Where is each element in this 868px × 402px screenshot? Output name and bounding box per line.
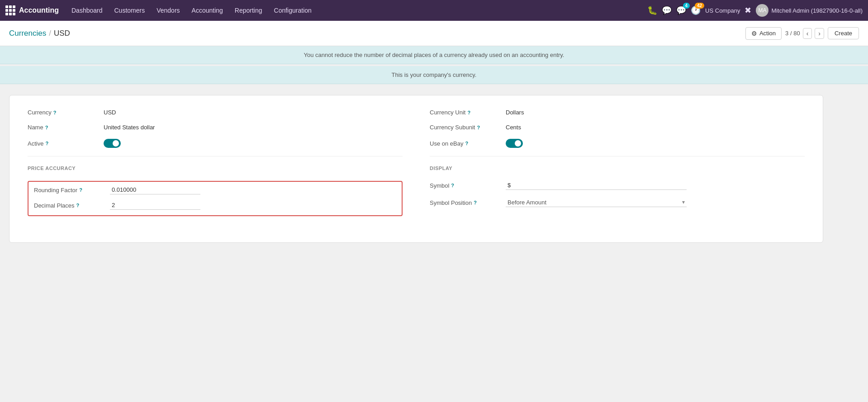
nav-menu: Dashboard Customers Vendors Accounting R… [66, 5, 645, 16]
activity-icon-btn[interactable]: 🕐 42 [691, 5, 701, 15]
breadcrumb-current: USD [54, 29, 70, 38]
form-grid: Currency ? USD Name ? United States doll… [28, 109, 805, 229]
divider [28, 156, 403, 156]
form-right: Currency Unit ? Dollars Currency Subunit… [430, 109, 805, 229]
toolbar: Currencies / USD ⚙ Action 3 / 80 ‹ › Cre… [0, 21, 868, 46]
currency-value: USD [104, 109, 116, 116]
avatar: MA [756, 4, 768, 17]
breadcrumb-parent[interactable]: Currencies [9, 29, 46, 38]
company-switcher[interactable]: US Company [705, 7, 740, 14]
nav-dashboard[interactable]: Dashboard [66, 5, 108, 16]
price-accuracy-header: PRICE ACCURACY [28, 166, 403, 174]
display-header: DISPLAY [430, 166, 805, 174]
nav-customers[interactable]: Customers [109, 5, 151, 16]
pager: 3 / 80 ‹ › [785, 28, 824, 39]
currency-subunit-row: Currency Subunit ? Cents [430, 124, 805, 131]
name-value: United States dollar [104, 124, 155, 131]
right-divider [430, 156, 805, 156]
rounding-factor-row: Rounding Factor ? [34, 185, 396, 194]
top-navigation: Accounting Dashboard Customers Vendors A… [0, 0, 868, 21]
symbol-position-wrapper: Before Amount After Amount [506, 198, 687, 207]
name-label: Name ? [28, 124, 100, 131]
currency-help-icon[interactable]: ? [53, 110, 57, 115]
use-ebay-row: Use on eBay ? [430, 139, 805, 148]
symbol-position-select[interactable]: Before Amount After Amount [506, 198, 687, 207]
messages-icon-btn[interactable]: 💬 4 [676, 5, 686, 15]
rounding-factor-input[interactable] [110, 185, 200, 194]
use-ebay-label: Use on eBay ? [430, 140, 502, 147]
currency-row: Currency ? USD [28, 109, 403, 116]
breadcrumb: Currencies / USD [9, 29, 741, 38]
nav-reporting[interactable]: Reporting [229, 5, 268, 16]
toolbar-right: ⚙ Action 3 / 80 ‹ › Create [745, 27, 859, 40]
symbol-label: Symbol ? [430, 182, 502, 189]
action-button[interactable]: ⚙ Action [745, 27, 782, 40]
warning-banner: You cannot reduce the number of decimal … [0, 46, 868, 64]
app-brand[interactable]: Accounting [5, 5, 59, 15]
currency-unit-value: Dollars [506, 109, 524, 116]
active-help-icon[interactable]: ? [45, 141, 48, 146]
username: Mitchell Admin (19827900-16-0-all) [771, 7, 863, 14]
nav-accounting[interactable]: Accounting [186, 5, 228, 16]
topnav-right: 🐛 💬 💬 4 🕐 42 US Company ✖ MA Mitchell Ad… [647, 4, 863, 17]
decimal-places-label: Decimal Places ? [34, 202, 106, 209]
name-row: Name ? United States dollar [28, 124, 403, 131]
messages-badge: 4 [683, 3, 690, 9]
currency-subunit-help-icon[interactable]: ? [477, 125, 480, 130]
rounding-factor-help-icon[interactable]: ? [79, 187, 82, 193]
symbol-position-help-icon[interactable]: ? [474, 200, 477, 205]
nav-vendors[interactable]: Vendors [151, 5, 185, 16]
currency-unit-row: Currency Unit ? Dollars [430, 109, 805, 116]
form-card: Currency ? USD Name ? United States doll… [9, 95, 823, 243]
symbol-input[interactable] [506, 181, 687, 190]
main-content: Currency ? USD Name ? United States doll… [0, 84, 868, 254]
name-help-icon[interactable]: ? [45, 125, 48, 130]
pager-prev[interactable]: ‹ [803, 28, 812, 39]
use-ebay-toggle[interactable] [506, 139, 523, 148]
app-name: Accounting [19, 6, 59, 14]
nav-configuration[interactable]: Configuration [269, 5, 317, 16]
gear-icon: ⚙ [751, 30, 757, 37]
active-label: Active ? [28, 140, 100, 147]
active-toggle[interactable] [104, 139, 121, 148]
currency-subunit-value: Cents [506, 124, 521, 131]
pager-info: 3 / 80 [785, 30, 800, 37]
currency-unit-help-icon[interactable]: ? [467, 110, 470, 115]
rounding-factor-label: Rounding Factor ? [34, 187, 106, 194]
use-ebay-help-icon[interactable]: ? [465, 141, 468, 146]
create-button[interactable]: Create [828, 27, 859, 39]
active-row: Active ? [28, 139, 403, 148]
decimal-places-help-icon[interactable]: ? [76, 203, 80, 208]
currency-unit-label: Currency Unit ? [430, 109, 502, 116]
support-icon-btn[interactable]: 💬 [662, 5, 672, 15]
currency-subunit-label: Currency Subunit ? [430, 124, 502, 131]
price-accuracy-box: Rounding Factor ? Decimal Places ? [28, 181, 403, 216]
grid-icon [5, 5, 15, 15]
symbol-position-label: Symbol Position ? [430, 199, 502, 206]
bug-icon-btn[interactable]: 🐛 [647, 5, 657, 15]
decimal-places-row: Decimal Places ? [34, 201, 396, 210]
symbol-help-icon[interactable]: ? [451, 183, 454, 188]
breadcrumb-separator: / [49, 29, 51, 38]
form-left: Currency ? USD Name ? United States doll… [28, 109, 403, 229]
activity-badge: 42 [695, 3, 704, 9]
settings-icon-btn[interactable]: ✖ [745, 5, 751, 15]
symbol-row: Symbol ? [430, 181, 805, 190]
decimal-places-input[interactable] [110, 201, 200, 210]
user-menu[interactable]: MA Mitchell Admin (19827900-16-0-all) [756, 4, 863, 17]
symbol-position-row: Symbol Position ? Before Amount After Am… [430, 198, 805, 207]
pager-next[interactable]: › [815, 28, 824, 39]
currency-label: Currency ? [28, 109, 100, 116]
info-banner: This is your company's currency. [0, 66, 868, 84]
